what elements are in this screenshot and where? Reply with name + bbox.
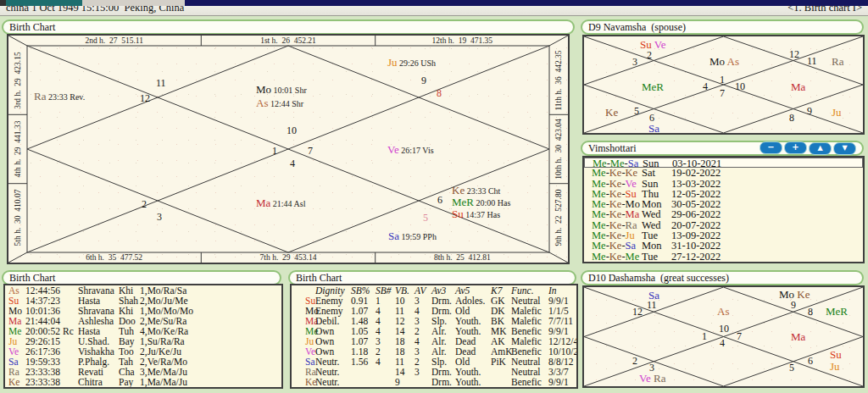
lords: 1,Ma/Ma/Ju	[140, 377, 187, 387]
vimshottari-panel-header[interactable]: Vimshottari −+▲▼	[581, 141, 864, 156]
cell-value: 9/9/1	[548, 296, 569, 306]
scroll-up-button[interactable]: ▲	[809, 142, 832, 155]
cell-value: Benefic	[511, 326, 542, 336]
cell-value: Enemy	[315, 306, 343, 316]
chart-grid-lines	[8, 36, 568, 263]
column-header: Av5	[455, 285, 470, 296]
sign-number: 7	[308, 146, 313, 156]
planet-abbr: Mo	[779, 288, 794, 301]
lords: 2,Ju/Ke/Ju	[140, 346, 181, 357]
position-row: Ju29:26:15U.Shad.Bay1,Su/Ra/Ra	[5, 336, 281, 346]
planet-abbr: Ra	[8, 367, 19, 377]
planet-abbr: As	[717, 305, 729, 318]
planet-label: Ma	[791, 330, 805, 342]
lords: 4,Mo/Ke/Ra	[140, 326, 188, 336]
column-header: SB#	[376, 285, 392, 296]
cell-value: 4	[415, 306, 420, 316]
cell-value: Youth.	[455, 316, 481, 326]
cell-value: Youth.	[455, 367, 481, 377]
column-header: Av3	[431, 285, 446, 296]
planet-abbr: Ve	[639, 372, 651, 385]
sign-number: 7	[720, 88, 725, 98]
planet-abbr: Ve	[305, 346, 315, 357]
house-edge-label: 6th h. 35 477.52	[86, 253, 142, 262]
planet-detail: 23:33 Cht	[465, 186, 500, 196]
planet-label: Ve 26:17 Vis	[387, 143, 434, 156]
nakshatra: Shravana	[78, 285, 114, 296]
cell-value: 11	[395, 306, 404, 316]
cell-value: Malefic	[511, 316, 542, 326]
dasha-date: 19-02-2022	[671, 168, 721, 178]
plus-button[interactable]: +	[784, 141, 807, 154]
cell-value: Drm.	[431, 367, 452, 377]
dasha-date: 27-12-2022	[671, 252, 721, 262]
d9-chart[interactable]: 321211411075689Su VeMo AsRaMeRMaKeSaJu	[582, 35, 865, 135]
longitude: 21:44:04	[25, 316, 60, 326]
planet-abbr: Mo	[709, 55, 725, 68]
birth-chart-panel-header[interactable]: Birth Chart	[2, 19, 575, 35]
cell-value: Alr.	[431, 326, 447, 336]
planet-positions-table: As12:44:56ShravanaKhi1,Mo/Ra/SaSu14:37:2…	[3, 284, 283, 389]
cell-value: MK	[491, 326, 507, 336]
planet-abbr: Ma	[791, 80, 805, 93]
planet-abbr: Ve	[8, 346, 19, 357]
position-row: Ra23:33:38RevatiCha3,Me/Ma/Ju	[5, 367, 281, 377]
planet-label: Ve Ra	[639, 372, 665, 384]
cell-value: 1.05	[351, 326, 368, 336]
sign-number: 10	[735, 81, 745, 91]
syllable: Khi	[119, 306, 133, 316]
planet-abbr: Su	[305, 296, 315, 306]
planet-abbr: Ra	[832, 55, 843, 68]
sign-number: 7	[737, 331, 742, 341]
d10-chart[interactable]: 121198101742356SaAsMo KeMeRMaVe RaSuJu	[582, 285, 865, 388]
strength-row: RaNeutr.143Drm.Youth.Neutral3/3/7	[292, 367, 576, 377]
house-edge-label: 9th h. 22 527.80	[554, 190, 563, 246]
column-header: AV	[415, 285, 426, 296]
sign-number: 12	[632, 307, 643, 317]
cell-value: Youth.	[455, 326, 481, 336]
planet-label: Mo 10:01 Shr	[256, 83, 307, 96]
planet-abbr: Su	[452, 208, 464, 220]
cell-value: 7/7/11	[548, 316, 573, 326]
planet-abbr: Ma	[8, 316, 21, 326]
sign-number: 8	[437, 88, 442, 98]
planet-abbr: Ju	[387, 56, 398, 69]
cell-value: DK	[491, 306, 505, 316]
syllable: Doo	[119, 316, 136, 326]
cell-value: Malefic	[511, 336, 542, 346]
d9-panel-header[interactable]: D9 Navamsha (spouse)	[581, 19, 864, 35]
cell-value: 2	[415, 357, 420, 367]
sign-number: 5	[423, 213, 428, 223]
taskbar-segment[interactable]	[185, 0, 868, 6]
dasha-weekday: Wed	[642, 209, 661, 219]
minus-button[interactable]: −	[760, 141, 782, 154]
sign-number: 11	[807, 56, 817, 66]
cell-value: Alr.	[431, 346, 447, 357]
panel-title: D9 Navamsha (spouse)	[588, 22, 856, 33]
taskbar-segment[interactable]	[6, 0, 82, 6]
dasha-row[interactable]: Me-Ke-MeTue27-12-2022	[584, 252, 863, 262]
cell-value: GK	[491, 296, 505, 306]
column-header: SB%	[351, 285, 370, 296]
syllable: Tah	[119, 357, 133, 367]
sign-number: 1	[272, 146, 277, 156]
cell-value: 1.56	[351, 357, 368, 367]
sign-number: 4	[703, 81, 708, 91]
longitude: 19:59:33	[25, 357, 60, 367]
d10-panel-header[interactable]: D10 Dashamsha (great successes)	[581, 270, 864, 285]
nakshatra: P.Phalg.	[78, 357, 109, 367]
vimshottari-list[interactable]: Me-Me-SaSun03-10-2021Me-Ke-KeSat19-02-20…	[582, 156, 865, 263]
strength-row: KeNeutr.9Drm.Youth.Benefic9/9/1	[292, 377, 576, 387]
planet-label: Ju	[830, 360, 840, 372]
planet-abbr: Ju	[305, 336, 314, 346]
planet-label: MeR	[826, 305, 848, 317]
cell-value: Slp.	[431, 316, 447, 326]
longitude: 29:26:15	[25, 336, 60, 346]
taskbar-segment[interactable]	[82, 0, 185, 6]
birth-chart-rasi[interactable]: 2nd h. 27 515.111st h. 26 452.2112th h. …	[7, 34, 570, 264]
cell-value: 10	[395, 296, 405, 306]
sign-number: 2	[142, 199, 147, 209]
taskbar-segment[interactable]	[0, 0, 6, 6]
scroll-down-button[interactable]: ▼	[833, 142, 856, 155]
cell-value: 9/9/1	[548, 326, 569, 336]
